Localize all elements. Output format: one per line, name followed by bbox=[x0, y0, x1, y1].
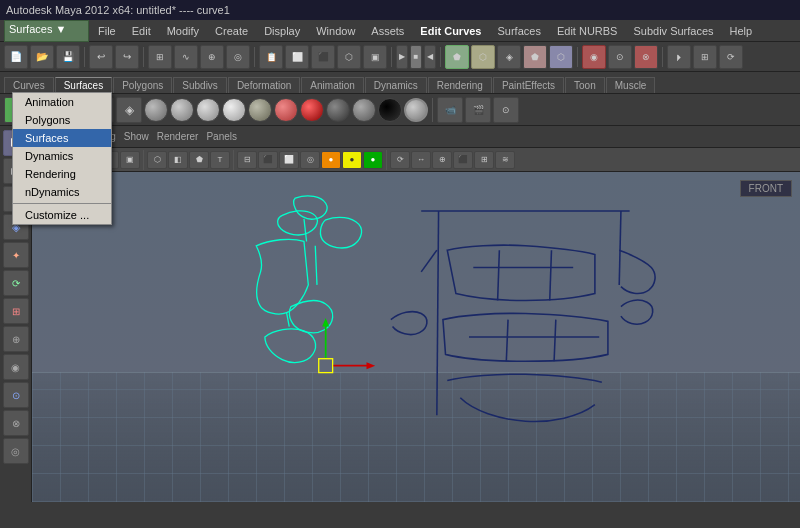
vp-icon-12[interactable]: ⬜ bbox=[279, 151, 299, 169]
dropdown-polygons[interactable]: Polygons bbox=[13, 111, 111, 129]
vp-icon-9[interactable]: T bbox=[210, 151, 230, 169]
shelf-icon-render2[interactable]: 🎬 bbox=[465, 97, 491, 123]
tb-snap-grid[interactable]: ⊞ bbox=[148, 45, 172, 69]
vp-icon-14[interactable]: ● bbox=[321, 151, 341, 169]
shelf-sphere-9[interactable] bbox=[352, 98, 376, 122]
menu-window[interactable]: Window bbox=[309, 23, 362, 39]
menu-display[interactable]: Display bbox=[257, 23, 307, 39]
menu-subdiv[interactable]: Subdiv Surfaces bbox=[626, 23, 720, 39]
dropdown-dynamics[interactable]: Dynamics bbox=[13, 147, 111, 165]
tb-undo[interactable]: ↩ bbox=[89, 45, 113, 69]
shelf-icon-render3[interactable]: ⊙ bbox=[493, 97, 519, 123]
tb-save[interactable]: 💾 bbox=[56, 45, 80, 69]
vp-icon-22[interactable]: ≋ bbox=[495, 151, 515, 169]
shelf-tab-rendering[interactable]: Rendering bbox=[428, 77, 492, 93]
vp-icon-13[interactable]: ◎ bbox=[300, 151, 320, 169]
tb2-panels[interactable]: Panels bbox=[206, 131, 237, 142]
menu-edit-curves[interactable]: Edit Curves bbox=[413, 23, 488, 39]
vp-icon-7[interactable]: ◧ bbox=[168, 151, 188, 169]
tb2-show[interactable]: Show bbox=[124, 131, 149, 142]
tool-move[interactable]: ✦ bbox=[3, 242, 29, 268]
dropdown-animation[interactable]: Animation bbox=[13, 93, 111, 111]
tb-history[interactable]: 📋 bbox=[259, 45, 283, 69]
shelf-tab-deformation[interactable]: Deformation bbox=[228, 77, 300, 93]
vp-icon-15[interactable]: ● bbox=[342, 151, 362, 169]
tb-open[interactable]: 📂 bbox=[30, 45, 54, 69]
vp-icon-16[interactable]: ● bbox=[363, 151, 383, 169]
vp-icon-11[interactable]: ⬛ bbox=[258, 151, 278, 169]
tool-rubber[interactable]: ⊗ bbox=[3, 410, 29, 436]
menu-edit[interactable]: Edit bbox=[125, 23, 158, 39]
dropdown-customize[interactable]: Customize ... bbox=[13, 206, 111, 224]
tb-ungroup[interactable]: ▣ bbox=[363, 45, 387, 69]
shelf-sphere-2[interactable] bbox=[170, 98, 194, 122]
tb-cam2[interactable]: ⬡ bbox=[549, 45, 573, 69]
tb-ren1[interactable]: ⬟ bbox=[445, 45, 469, 69]
dropdown-surfaces[interactable]: Surfaces bbox=[13, 129, 111, 147]
shelf-sphere-1[interactable] bbox=[144, 98, 168, 122]
shelf-sphere-11[interactable] bbox=[404, 98, 428, 122]
shelf-sphere-4[interactable] bbox=[222, 98, 246, 122]
shelf-tab-muscle[interactable]: Muscle bbox=[606, 77, 656, 93]
tb2-renderer[interactable]: Renderer bbox=[157, 131, 199, 142]
vp-icon-18[interactable]: ↔ bbox=[411, 151, 431, 169]
tb-select[interactable]: ⬜ bbox=[285, 45, 309, 69]
tb-group[interactable]: ⬛ bbox=[311, 45, 335, 69]
vp-icon-17[interactable]: ⟳ bbox=[390, 151, 410, 169]
viewport[interactable]: Shading Lighting Show Renderer Panels ⊙ … bbox=[32, 126, 800, 502]
tb-snap-view[interactable]: ◎ bbox=[226, 45, 250, 69]
shelf-sphere-8[interactable] bbox=[326, 98, 350, 122]
dropdown-ndynamics[interactable]: nDynamics bbox=[13, 183, 111, 201]
menu-help[interactable]: Help bbox=[723, 23, 760, 39]
menu-modify[interactable]: Modify bbox=[160, 23, 206, 39]
vp-icon-5[interactable]: ▣ bbox=[120, 151, 140, 169]
shelf-icon-render1[interactable]: 📹 bbox=[437, 97, 463, 123]
shelf-tab-painteffects[interactable]: PaintEffects bbox=[493, 77, 564, 93]
dropdown-rendering[interactable]: Rendering bbox=[13, 165, 111, 183]
tb-misc2[interactable]: ⟳ bbox=[719, 45, 743, 69]
shelf-tab-animation[interactable]: Animation bbox=[301, 77, 363, 93]
vp-icon-6[interactable]: ⬡ bbox=[147, 151, 167, 169]
menu-file[interactable]: File bbox=[91, 23, 123, 39]
tb-ren3[interactable]: ◈ bbox=[497, 45, 521, 69]
tb-anim3[interactable]: ⊗ bbox=[634, 45, 658, 69]
vp-icon-19[interactable]: ⊕ bbox=[432, 151, 452, 169]
tb-misc1[interactable]: ⊞ bbox=[693, 45, 717, 69]
tb-ren2[interactable]: ⬡ bbox=[471, 45, 495, 69]
tool-scale[interactable]: ⊞ bbox=[3, 298, 29, 324]
tool-soft[interactable]: ⊕ bbox=[3, 326, 29, 352]
vp-icon-8[interactable]: ⬟ bbox=[189, 151, 209, 169]
menu-assets[interactable]: Assets bbox=[364, 23, 411, 39]
menu-edit-nurbs[interactable]: Edit NURBS bbox=[550, 23, 625, 39]
shelf-tab-polygons[interactable]: Polygons bbox=[113, 77, 172, 93]
shelf-tab-subdivs[interactable]: Subdivs bbox=[173, 77, 227, 93]
tool-global[interactable]: ⊙ bbox=[3, 382, 29, 408]
vp-icon-21[interactable]: ⊞ bbox=[474, 151, 494, 169]
tb-cam1[interactable]: ⬟ bbox=[523, 45, 547, 69]
tool-rotate[interactable]: ⟳ bbox=[3, 270, 29, 296]
shelf-tab-toon[interactable]: Toon bbox=[565, 77, 605, 93]
tool-last[interactable]: ◎ bbox=[3, 438, 29, 464]
vp-icon-20[interactable]: ⬛ bbox=[453, 151, 473, 169]
tb-snap-point[interactable]: ⊕ bbox=[200, 45, 224, 69]
shelf-sphere-7[interactable] bbox=[300, 98, 324, 122]
menu-surfaces[interactable]: Surfaces bbox=[491, 23, 548, 39]
tool-show-manip[interactable]: ◉ bbox=[3, 354, 29, 380]
shelf-tab-dynamics[interactable]: Dynamics bbox=[365, 77, 427, 93]
shelf-sphere-5[interactable] bbox=[248, 98, 272, 122]
tb-playback[interactable]: ⏵ bbox=[667, 45, 691, 69]
tb-output[interactable]: ■ bbox=[410, 45, 422, 69]
tb-input[interactable]: ▶ bbox=[396, 45, 408, 69]
tb-anim2[interactable]: ⊙ bbox=[608, 45, 632, 69]
module-dropdown-menu[interactable]: Animation Polygons Surfaces Dynamics Ren… bbox=[12, 92, 112, 225]
shelf-icon-5[interactable]: ◈ bbox=[116, 97, 142, 123]
shelf-sphere-3[interactable] bbox=[196, 98, 220, 122]
tb-redo[interactable]: ↪ bbox=[115, 45, 139, 69]
tb-parent[interactable]: ⬡ bbox=[337, 45, 361, 69]
module-dropdown[interactable]: Surfaces ▼ bbox=[4, 20, 89, 42]
tb-snap-curve[interactable]: ∿ bbox=[174, 45, 198, 69]
shelf-sphere-6[interactable] bbox=[274, 98, 298, 122]
shelf-sphere-10[interactable] bbox=[378, 98, 402, 122]
menu-create[interactable]: Create bbox=[208, 23, 255, 39]
tb-anim1[interactable]: ◉ bbox=[582, 45, 606, 69]
